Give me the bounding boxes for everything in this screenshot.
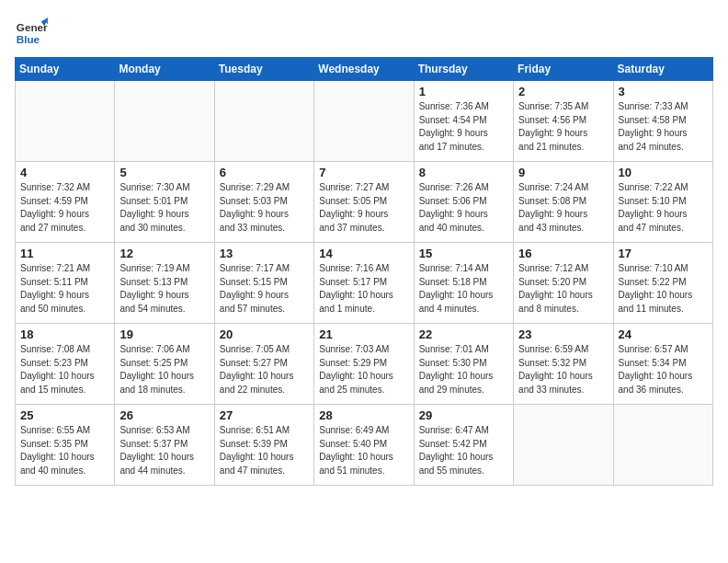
calendar-cell: 21Sunrise: 7:03 AM Sunset: 5:29 PM Dayli… xyxy=(314,324,414,405)
day-info: Sunrise: 7:16 AM Sunset: 5:17 PM Dayligh… xyxy=(319,262,408,316)
day-number: 24 xyxy=(619,327,708,341)
calendar-cell: 15Sunrise: 7:14 AM Sunset: 5:18 PM Dayli… xyxy=(414,243,513,324)
day-info: Sunrise: 7:22 AM Sunset: 5:10 PM Dayligh… xyxy=(619,181,708,235)
day-info: Sunrise: 7:33 AM Sunset: 4:58 PM Dayligh… xyxy=(619,100,708,154)
day-number: 18 xyxy=(20,327,109,341)
day-info: Sunrise: 7:12 AM Sunset: 5:20 PM Dayligh… xyxy=(518,262,608,316)
day-number: 28 xyxy=(319,408,408,422)
calendar-cell: 5Sunrise: 7:30 AM Sunset: 5:01 PM Daylig… xyxy=(115,162,214,243)
calendar-table: SundayMondayTuesdayWednesdayThursdayFrid… xyxy=(15,57,713,486)
page-header: General Blue xyxy=(15,15,713,48)
calendar-cell: 19Sunrise: 7:06 AM Sunset: 5:25 PM Dayli… xyxy=(115,324,214,405)
day-number: 19 xyxy=(119,327,209,341)
calendar-cell: 28Sunrise: 6:49 AM Sunset: 5:40 PM Dayli… xyxy=(314,405,414,486)
day-number: 27 xyxy=(220,408,309,422)
calendar-cell: 20Sunrise: 7:05 AM Sunset: 5:27 PM Dayli… xyxy=(214,324,313,405)
calendar-cell: 23Sunrise: 6:59 AM Sunset: 5:32 PM Dayli… xyxy=(514,324,613,405)
day-info: Sunrise: 7:05 AM Sunset: 5:27 PM Dayligh… xyxy=(220,343,309,396)
logo: General Blue xyxy=(15,15,51,48)
day-info: Sunrise: 7:24 AM Sunset: 5:08 PM Dayligh… xyxy=(518,181,608,235)
day-info: Sunrise: 7:10 AM Sunset: 5:22 PM Dayligh… xyxy=(619,262,708,316)
day-number: 23 xyxy=(518,327,608,341)
day-info: Sunrise: 7:29 AM Sunset: 5:03 PM Dayligh… xyxy=(220,181,309,235)
day-number: 14 xyxy=(319,247,408,260)
day-number: 20 xyxy=(220,327,309,341)
day-info: Sunrise: 7:35 AM Sunset: 4:56 PM Dayligh… xyxy=(518,100,608,154)
weekday-header-wednesday: Wednesday xyxy=(314,58,414,81)
day-number: 11 xyxy=(20,247,109,260)
calendar-cell: 24Sunrise: 6:57 AM Sunset: 5:34 PM Dayli… xyxy=(613,324,712,405)
day-info: Sunrise: 7:36 AM Sunset: 4:54 PM Dayligh… xyxy=(419,100,508,154)
calendar-cell xyxy=(214,81,313,162)
calendar-cell: 27Sunrise: 6:51 AM Sunset: 5:39 PM Dayli… xyxy=(214,405,313,486)
day-info: Sunrise: 7:03 AM Sunset: 5:29 PM Dayligh… xyxy=(319,343,408,396)
day-number: 10 xyxy=(619,166,708,179)
day-info: Sunrise: 7:14 AM Sunset: 5:18 PM Dayligh… xyxy=(419,262,508,316)
day-info: Sunrise: 7:19 AM Sunset: 5:13 PM Dayligh… xyxy=(119,262,209,316)
day-number: 12 xyxy=(119,247,209,260)
logo-icon: General Blue xyxy=(15,15,48,48)
calendar-week-0: 1Sunrise: 7:36 AM Sunset: 4:54 PM Daylig… xyxy=(16,81,713,162)
day-number: 17 xyxy=(619,247,708,260)
calendar-cell: 22Sunrise: 7:01 AM Sunset: 5:30 PM Dayli… xyxy=(414,324,513,405)
weekday-header-sunday: Sunday xyxy=(16,58,115,81)
day-number: 7 xyxy=(319,166,408,179)
day-info: Sunrise: 6:57 AM Sunset: 5:34 PM Dayligh… xyxy=(619,343,708,396)
calendar-cell xyxy=(115,81,214,162)
calendar-week-4: 25Sunrise: 6:55 AM Sunset: 5:35 PM Dayli… xyxy=(16,405,713,486)
calendar-week-2: 11Sunrise: 7:21 AM Sunset: 5:11 PM Dayli… xyxy=(16,243,713,324)
calendar-cell: 16Sunrise: 7:12 AM Sunset: 5:20 PM Dayli… xyxy=(514,243,613,324)
day-info: Sunrise: 6:49 AM Sunset: 5:40 PM Dayligh… xyxy=(319,424,408,477)
day-number: 8 xyxy=(419,166,508,179)
calendar-cell: 3Sunrise: 7:33 AM Sunset: 4:58 PM Daylig… xyxy=(613,81,712,162)
calendar-cell: 26Sunrise: 6:53 AM Sunset: 5:37 PM Dayli… xyxy=(115,405,214,486)
day-number: 4 xyxy=(20,166,109,179)
calendar-week-1: 4Sunrise: 7:32 AM Sunset: 4:59 PM Daylig… xyxy=(16,162,713,243)
day-number: 29 xyxy=(419,408,508,422)
day-info: Sunrise: 6:59 AM Sunset: 5:32 PM Dayligh… xyxy=(518,343,608,396)
calendar-cell: 2Sunrise: 7:35 AM Sunset: 4:56 PM Daylig… xyxy=(514,81,613,162)
day-info: Sunrise: 7:32 AM Sunset: 4:59 PM Dayligh… xyxy=(20,181,109,235)
calendar-cell: 6Sunrise: 7:29 AM Sunset: 5:03 PM Daylig… xyxy=(214,162,313,243)
day-info: Sunrise: 6:55 AM Sunset: 5:35 PM Dayligh… xyxy=(20,424,109,477)
day-info: Sunrise: 6:51 AM Sunset: 5:39 PM Dayligh… xyxy=(220,424,309,477)
weekday-header-row: SundayMondayTuesdayWednesdayThursdayFrid… xyxy=(16,58,713,81)
calendar-cell: 7Sunrise: 7:27 AM Sunset: 5:05 PM Daylig… xyxy=(314,162,414,243)
day-info: Sunrise: 7:17 AM Sunset: 5:15 PM Dayligh… xyxy=(220,262,309,316)
calendar-cell: 1Sunrise: 7:36 AM Sunset: 4:54 PM Daylig… xyxy=(414,81,513,162)
day-info: Sunrise: 6:53 AM Sunset: 5:37 PM Dayligh… xyxy=(119,424,209,477)
day-info: Sunrise: 7:26 AM Sunset: 5:06 PM Dayligh… xyxy=(419,181,508,235)
calendar-cell: 13Sunrise: 7:17 AM Sunset: 5:15 PM Dayli… xyxy=(214,243,313,324)
weekday-header-thursday: Thursday xyxy=(414,58,513,81)
day-number: 6 xyxy=(220,166,309,179)
day-number: 22 xyxy=(419,327,508,341)
day-info: Sunrise: 7:30 AM Sunset: 5:01 PM Dayligh… xyxy=(119,181,209,235)
weekday-header-tuesday: Tuesday xyxy=(214,58,313,81)
calendar-cell xyxy=(314,81,414,162)
weekday-header-saturday: Saturday xyxy=(613,58,712,81)
calendar-cell xyxy=(514,405,613,486)
calendar-cell: 17Sunrise: 7:10 AM Sunset: 5:22 PM Dayli… xyxy=(613,243,712,324)
calendar-cell: 18Sunrise: 7:08 AM Sunset: 5:23 PM Dayli… xyxy=(16,324,115,405)
day-number: 25 xyxy=(20,408,109,422)
day-info: Sunrise: 7:06 AM Sunset: 5:25 PM Dayligh… xyxy=(119,343,209,396)
day-number: 3 xyxy=(619,85,708,98)
weekday-header-monday: Monday xyxy=(115,58,214,81)
day-number: 1 xyxy=(419,85,508,98)
calendar-cell: 14Sunrise: 7:16 AM Sunset: 5:17 PM Dayli… xyxy=(314,243,414,324)
day-number: 9 xyxy=(518,166,608,179)
day-number: 16 xyxy=(518,247,608,260)
calendar-week-3: 18Sunrise: 7:08 AM Sunset: 5:23 PM Dayli… xyxy=(16,324,713,405)
calendar-cell xyxy=(16,81,115,162)
calendar-cell: 8Sunrise: 7:26 AM Sunset: 5:06 PM Daylig… xyxy=(414,162,513,243)
weekday-header-friday: Friday xyxy=(514,58,613,81)
calendar-cell: 12Sunrise: 7:19 AM Sunset: 5:13 PM Dayli… xyxy=(115,243,214,324)
calendar-cell: 29Sunrise: 6:47 AM Sunset: 5:42 PM Dayli… xyxy=(414,405,513,486)
calendar-cell: 4Sunrise: 7:32 AM Sunset: 4:59 PM Daylig… xyxy=(16,162,115,243)
day-number: 21 xyxy=(319,327,408,341)
day-info: Sunrise: 7:01 AM Sunset: 5:30 PM Dayligh… xyxy=(419,343,508,396)
svg-text:Blue: Blue xyxy=(17,33,40,45)
calendar-cell: 11Sunrise: 7:21 AM Sunset: 5:11 PM Dayli… xyxy=(16,243,115,324)
day-info: Sunrise: 6:47 AM Sunset: 5:42 PM Dayligh… xyxy=(419,424,508,477)
day-number: 26 xyxy=(119,408,209,422)
